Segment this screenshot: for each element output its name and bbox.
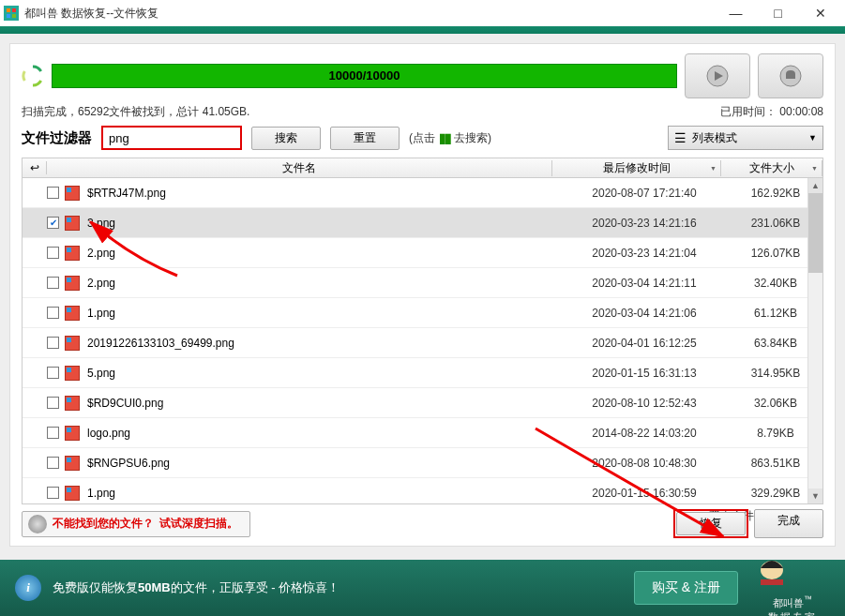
file-icon <box>65 396 80 411</box>
scroll-down-button[interactable]: ▼ <box>808 488 822 503</box>
minimize-button[interactable]: — <box>715 0 757 26</box>
table-row[interactable]: $RNGPSU6.png2020-08-08 10:48:30863.51KB <box>23 448 822 478</box>
row-checkbox[interactable] <box>47 487 59 499</box>
row-checkbox[interactable] <box>47 397 59 409</box>
row-checkbox[interactable] <box>47 457 59 469</box>
row-checkbox[interactable] <box>47 367 59 379</box>
table-header: ↩ 文件名 最后修改时间▼ 文件大小▼ <box>22 158 823 178</box>
titlebar: 都叫兽 数据恢复--文件恢复 — □ ✕ <box>0 0 845 26</box>
table-row[interactable]: $RD9CUI0.png2020-08-10 12:52:4332.06KB <box>23 388 822 418</box>
size-column[interactable]: 文件大小▼ <box>721 160 822 176</box>
row-checkbox[interactable] <box>47 247 59 259</box>
file-name: 1.png <box>87 307 560 320</box>
file-name: $RD9CUI0.png <box>87 397 560 410</box>
brand-logo: 都叫兽™数据专家 <box>755 551 830 616</box>
file-date: 2020-03-23 14:21:16 <box>560 217 729 230</box>
search-hint: (点击 ▮▮ 去搜索) <box>409 130 491 146</box>
file-icon <box>65 246 80 261</box>
svg-rect-3 <box>7 14 10 18</box>
filter-label: 文件过滤器 <box>22 129 92 147</box>
file-date: 2020-03-04 14:21:11 <box>560 277 729 290</box>
scan-status: 扫描完成，65292文件被找到，总计 41.05GB. <box>22 104 249 120</box>
deep-scan-q: 不能找到您的文件？ <box>53 516 154 532</box>
info-icon: i <box>15 575 41 601</box>
recover-button[interactable]: 恢复 <box>676 512 746 535</box>
row-checkbox[interactable] <box>47 427 59 439</box>
file-icon <box>65 186 80 201</box>
file-name: 2.png <box>87 247 560 260</box>
file-date: 2020-08-10 12:52:43 <box>560 397 729 410</box>
file-name: 2.png <box>87 277 560 290</box>
file-date: 2020-08-07 17:21:40 <box>560 187 729 200</box>
scrollbar[interactable]: ▲ ▼ <box>807 178 822 503</box>
pause-icon: ▮▮ <box>439 130 450 145</box>
scroll-thumb[interactable] <box>808 193 822 273</box>
file-date: 2014-08-22 14:03:20 <box>560 427 729 440</box>
svg-rect-0 <box>4 6 19 21</box>
table-row[interactable]: 1.png2020-01-15 16:30:59329.29KB <box>23 478 822 504</box>
file-name: logo.png <box>87 427 560 440</box>
row-checkbox[interactable] <box>47 187 59 199</box>
svg-rect-1 <box>7 8 10 12</box>
close-button[interactable]: ✕ <box>799 0 841 26</box>
done-button[interactable]: 完成 <box>754 509 823 538</box>
back-icon: ↩ <box>30 161 39 174</box>
table-body: $RTRJ47M.png2020-08-07 17:21:40162.92KB✔… <box>22 178 823 504</box>
row-checkbox[interactable] <box>47 277 59 289</box>
search-button[interactable]: 搜索 <box>251 127 321 150</box>
view-mode-label: 列表模式 <box>692 130 737 146</box>
row-checkbox[interactable] <box>47 307 59 319</box>
row-checkbox[interactable]: ✔ <box>47 217 59 229</box>
file-icon <box>65 276 80 291</box>
header-strip <box>0 26 845 34</box>
date-column[interactable]: 最后修改时间▼ <box>552 160 721 176</box>
filter-input[interactable] <box>101 126 242 150</box>
file-name: 20191226133103_69499.png <box>87 337 560 350</box>
table-row[interactable]: 5.png2020-01-15 16:31:13314.95KB <box>23 358 822 388</box>
svg-rect-2 <box>12 8 16 12</box>
file-icon <box>65 426 80 441</box>
file-name: 3.png <box>87 217 560 230</box>
file-date: 2020-01-15 16:30:59 <box>560 487 729 500</box>
progress-bar: 10000/10000 <box>52 64 677 88</box>
table-row[interactable]: 1.png2020-03-04 14:21:0661.12KB <box>23 298 822 328</box>
row-checkbox[interactable] <box>47 337 59 349</box>
chevron-down-icon: ▼ <box>808 133 817 143</box>
file-date: 2020-01-15 16:31:13 <box>560 367 729 380</box>
table-row[interactable]: 20191226133103_69499.png2020-04-01 16:12… <box>23 328 822 358</box>
main-panel: 10000/10000 扫描完成，65292文件被找到，总计 41.05GB. … <box>9 43 836 547</box>
name-column[interactable]: 文件名 <box>47 160 552 176</box>
file-date: 2020-08-08 10:48:30 <box>560 457 729 470</box>
table-row[interactable]: 2.png2020-03-23 14:21:04126.07KB <box>23 238 822 268</box>
scroll-up-button[interactable]: ▲ <box>808 178 822 193</box>
list-icon: ☰ <box>674 130 687 145</box>
view-mode-dropdown[interactable]: ☰ 列表模式 ▼ <box>668 126 823 150</box>
chevron-down-icon: ▼ <box>811 165 818 172</box>
footer-message: 免费版仅能恢复50MB的文件，正版享受 - 价格惊喜！ <box>53 579 340 596</box>
maximize-button[interactable]: □ <box>757 0 799 26</box>
file-name: $RNGPSU6.png <box>87 457 560 470</box>
disk-icon <box>28 515 47 533</box>
stop-button[interactable] <box>758 53 823 98</box>
buy-register-button[interactable]: 购买 & 注册 <box>634 571 738 605</box>
deep-scan-action: 试试深度扫描。 <box>159 516 238 532</box>
file-date: 2020-03-23 14:21:04 <box>560 247 729 260</box>
spinner-icon <box>22 65 44 87</box>
reset-button[interactable]: 重置 <box>330 127 400 150</box>
table-row[interactable]: $RTRJ47M.png2020-08-07 17:21:40162.92KB <box>23 178 822 208</box>
table-row[interactable]: ✔3.png2020-03-23 14:21:16231.06KB <box>23 208 822 238</box>
elapsed-label: 已用时间： <box>720 105 777 118</box>
file-icon <box>65 456 80 471</box>
play-button[interactable] <box>685 53 750 98</box>
file-name: $RTRJ47M.png <box>87 187 560 200</box>
file-icon <box>65 486 80 501</box>
table-row[interactable]: 2.png2020-03-04 14:21:1132.40KB <box>23 268 822 298</box>
back-column[interactable]: ↩ <box>23 161 47 174</box>
deep-scan-link[interactable]: 不能找到您的文件？ 试试深度扫描。 <box>22 511 250 537</box>
svg-rect-9 <box>761 579 783 585</box>
chevron-down-icon: ▼ <box>710 165 717 172</box>
table-row[interactable]: logo.png2014-08-22 14:03:208.79KB <box>23 418 822 448</box>
file-icon <box>65 216 80 231</box>
elapsed-value: 00:00:08 <box>779 105 823 118</box>
app-icon <box>4 6 19 21</box>
